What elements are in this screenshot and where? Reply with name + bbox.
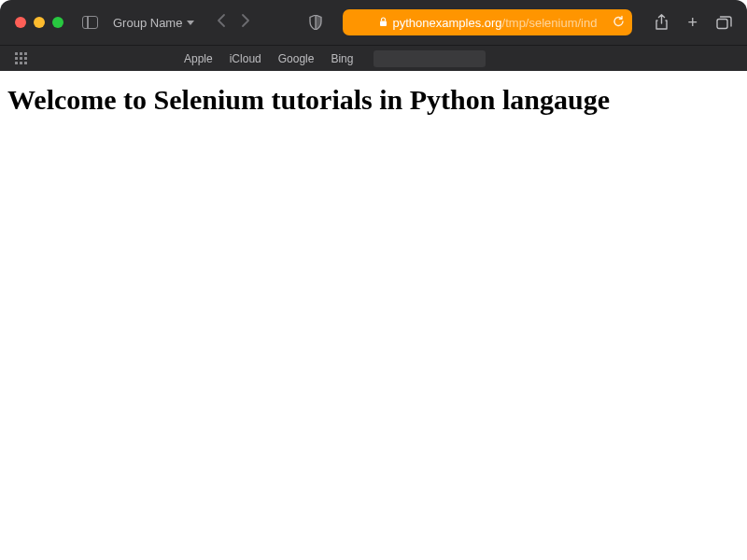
titlebar-right-icons: + bbox=[655, 13, 732, 33]
tab-group-label: Group Name bbox=[113, 16, 182, 30]
apps-grid-icon[interactable] bbox=[15, 52, 27, 64]
share-button[interactable] bbox=[655, 14, 669, 31]
svg-rect-0 bbox=[380, 21, 387, 27]
forward-button[interactable] bbox=[241, 13, 250, 32]
back-button[interactable] bbox=[217, 13, 226, 32]
close-window-button[interactable] bbox=[15, 17, 26, 28]
url-host: pythonexamples.org bbox=[393, 16, 502, 30]
window-controls bbox=[15, 17, 63, 28]
favorite-link-icloud[interactable]: iCloud bbox=[230, 52, 261, 65]
privacy-shield-icon[interactable] bbox=[309, 15, 322, 30]
address-bar[interactable]: pythonexamples.org/tmp/selenium/ind bbox=[343, 9, 632, 35]
sidebar-toggle-icon[interactable] bbox=[82, 16, 98, 29]
tab-overview-button[interactable] bbox=[716, 16, 732, 30]
svg-rect-1 bbox=[717, 19, 727, 28]
favorite-link-bing[interactable]: Bing bbox=[331, 52, 353, 65]
favorites-search-field[interactable] bbox=[374, 50, 486, 67]
maximize-window-button[interactable] bbox=[52, 17, 63, 28]
lock-icon bbox=[379, 14, 388, 31]
page-heading: Welcome to Selenium tutorials in Python … bbox=[7, 84, 740, 116]
reload-button[interactable] bbox=[613, 15, 625, 31]
url-text: pythonexamples.org/tmp/selenium/ind bbox=[393, 16, 598, 30]
navigation-arrows bbox=[217, 13, 250, 32]
tab-group-dropdown[interactable]: Group Name bbox=[113, 16, 194, 30]
browser-titlebar: Group Name pythonexamples.org/tmp/seleni… bbox=[0, 0, 747, 45]
minimize-window-button[interactable] bbox=[34, 17, 45, 28]
new-tab-button[interactable]: + bbox=[687, 13, 698, 33]
url-path: /tmp/selenium/ind bbox=[502, 16, 598, 30]
favorite-link-apple[interactable]: Apple bbox=[184, 52, 213, 65]
chevron-down-icon bbox=[187, 21, 194, 25]
page-content: Welcome to Selenium tutorials in Python … bbox=[0, 71, 747, 129]
favorite-link-google[interactable]: Google bbox=[278, 52, 315, 65]
favorites-bar: Apple iCloud Google Bing bbox=[0, 45, 747, 71]
